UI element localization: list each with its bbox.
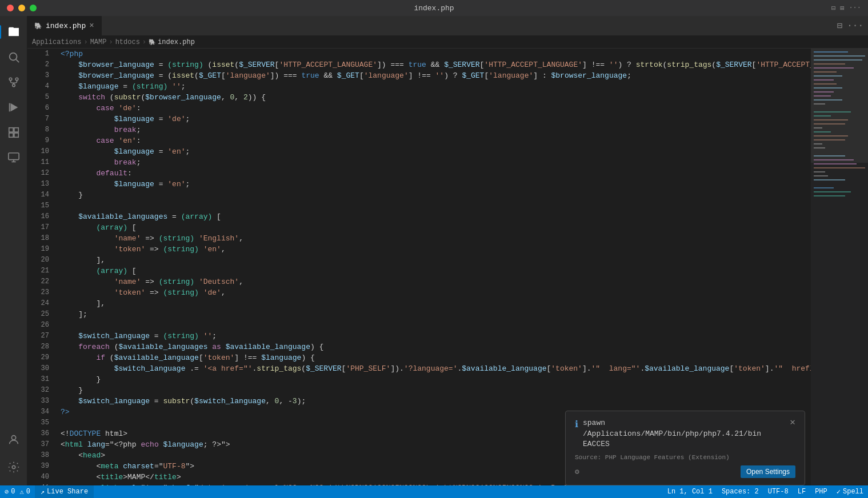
breadcrumb-file[interactable]: index.php (158, 38, 195, 46)
activity-files-icon[interactable] (2, 21, 25, 43)
code-line-7: $language = 'de'; (61, 114, 811, 124)
code-line-23: 'token' => (string) 'de', (61, 287, 811, 298)
maximize-button[interactable] (30, 5, 37, 11)
code-line-29: if ($available_language['token'] !== $la… (61, 352, 811, 363)
code-line-4: $language = (string) ''; (61, 81, 811, 92)
status-language[interactable]: PHP (810, 485, 832, 498)
activity-run-icon[interactable] (2, 96, 25, 119)
main-layout: 🐘 index.php × ⊟ ··· Applications › MAMP … (0, 16, 868, 485)
minimize-button[interactable] (18, 5, 25, 11)
split-icon[interactable]: ⊞ (840, 4, 844, 13)
svg-rect-9 (14, 128, 18, 132)
warning-count: 0 (26, 488, 30, 496)
code-line-14: } (61, 190, 811, 200)
code-line-21: (array) [ (61, 266, 811, 276)
breadcrumb-sep-1: › (83, 38, 87, 46)
notification-message: spawn /Applications/MAMP/bin/php/php7.4.… (583, 418, 785, 449)
tab-label: index.php (46, 22, 86, 30)
activity-settings-icon[interactable] (2, 456, 25, 479)
window-title: index.php (414, 4, 454, 13)
svg-rect-8 (9, 128, 13, 132)
code-line-27: $switch_language = (string) ''; (61, 331, 811, 342)
live-share-label: Live Share (47, 488, 88, 496)
activity-extensions-icon[interactable] (2, 121, 25, 144)
status-eol[interactable]: LF (793, 485, 810, 498)
spell-label: Spell (843, 488, 863, 496)
svg-rect-45 (814, 175, 828, 176)
minimap (811, 49, 868, 485)
cursor-position: Ln 1, Col 1 (667, 488, 713, 496)
code-line-31: } (61, 374, 811, 385)
activity-search-icon[interactable] (2, 46, 25, 69)
notification-close-button[interactable]: ✕ (790, 418, 795, 427)
activity-account-icon[interactable] (2, 428, 25, 451)
spell-icon: ✓ (837, 488, 841, 496)
code-line-19: 'token' => (string) 'en', (61, 244, 811, 255)
code-line-6: case 'de': (61, 103, 811, 114)
code-line-30: $switch_language .= '<a href="'.strip_ta… (61, 363, 811, 374)
breadcrumb-applications[interactable]: Applications (32, 38, 81, 46)
code-line-26 (61, 320, 811, 331)
status-spaces[interactable]: Spaces: 2 (717, 485, 763, 498)
notification-info-icon: ℹ (575, 419, 578, 430)
svg-point-3 (9, 78, 12, 81)
notification-source: Source: PHP Language Features (Extension… (575, 454, 795, 461)
notification-actions-left: ⚙ (575, 467, 579, 476)
encoding-label: UTF-8 (768, 488, 789, 496)
editor-area: 🐘 index.php × ⊟ ··· Applications › MAMP … (27, 16, 868, 485)
minimap-content (811, 49, 868, 485)
status-encoding[interactable]: UTF-8 (763, 485, 793, 498)
code-line-5: switch (substr($browser_language, 0, 2))… (61, 92, 811, 103)
status-errors[interactable]: ⊘ 0 ⚠ 0 (0, 485, 35, 498)
svg-rect-11 (14, 133, 18, 137)
code-line-3: $browser_language = (isset($_GET['langua… (61, 70, 811, 81)
status-live-share[interactable]: ↗ Live Share (35, 485, 94, 498)
tab-index-php[interactable]: 🐘 index.php × (27, 16, 102, 35)
status-cursor[interactable]: Ln 1, Col 1 (663, 485, 717, 498)
code-line-2: $browser_language = (string) (isset($_SE… (61, 59, 811, 70)
tab-close-button[interactable]: × (89, 22, 94, 30)
status-spell[interactable]: ✓ Spell (832, 485, 868, 498)
breadcrumb-htdocs[interactable]: htdocs (115, 38, 140, 46)
title-bar: index.php ⊟ ⊞ ··· (0, 0, 868, 16)
activity-source-control-icon[interactable] (2, 71, 25, 94)
line-numbers: 1 2 3 4 5 6 7 8 9 10 11 12 13 14 15 16 1… (27, 49, 56, 485)
code-line-22: 'name' => (string) 'Deutsch', (61, 276, 811, 287)
svg-point-14 (12, 465, 15, 469)
code-line-32: } (61, 385, 811, 396)
code-line-20: ], (61, 255, 811, 266)
title-bar-right: ⊟ ⊞ ··· (831, 4, 861, 13)
code-line-12: default: (61, 168, 811, 179)
code-line-24: ], (61, 298, 811, 309)
code-line-15 (61, 200, 811, 211)
notification-gear-icon[interactable]: ⚙ (575, 467, 579, 476)
svg-rect-10 (9, 133, 13, 137)
activity-remote-icon[interactable] (2, 146, 25, 169)
code-line-11: break; (61, 157, 811, 168)
breadcrumb-mamp[interactable]: MAMP (90, 38, 107, 46)
code-line-33: $switch_language = substr($switch_langua… (61, 396, 811, 407)
code-line-10: $language = 'en'; (61, 146, 811, 157)
code-line-28: foreach ($available_languages as $availa… (61, 342, 811, 352)
activity-bar (0, 16, 27, 485)
svg-rect-44 (814, 171, 825, 172)
editor-layout-icon[interactable]: ⊟ (837, 20, 843, 31)
error-icon: ⊘ (5, 488, 9, 496)
close-button[interactable] (7, 5, 14, 11)
status-bar-left: ⊘ 0 ⚠ 0 ↗ Live Share (0, 485, 94, 498)
status-bar: ⊘ 0 ⚠ 0 ↗ Live Share Ln 1, Col 1 Spaces:… (0, 485, 868, 498)
breadcrumb-file-icon: 🐘 (149, 39, 155, 46)
svg-point-4 (15, 78, 18, 81)
open-settings-button[interactable]: Open Settings (741, 465, 795, 478)
svg-rect-49 (814, 195, 845, 196)
more-actions-icon[interactable]: ··· (847, 21, 863, 31)
notification-panel: ℹ spawn /Applications/MAMP/bin/php/php7.… (565, 411, 805, 485)
more-icon[interactable]: ··· (849, 4, 861, 12)
code-line-9: case 'en': (61, 135, 811, 146)
layout-icon[interactable]: ⊟ (831, 4, 835, 13)
code-line-18: 'name' => (string) 'English', (61, 233, 811, 244)
tab-bar-actions: ⊟ ··· (837, 16, 868, 35)
breadcrumb: Applications › MAMP › htdocs › 🐘 index.p… (27, 36, 868, 49)
notification-actions: ⚙ Open Settings (575, 465, 795, 478)
svg-line-2 (16, 59, 19, 62)
